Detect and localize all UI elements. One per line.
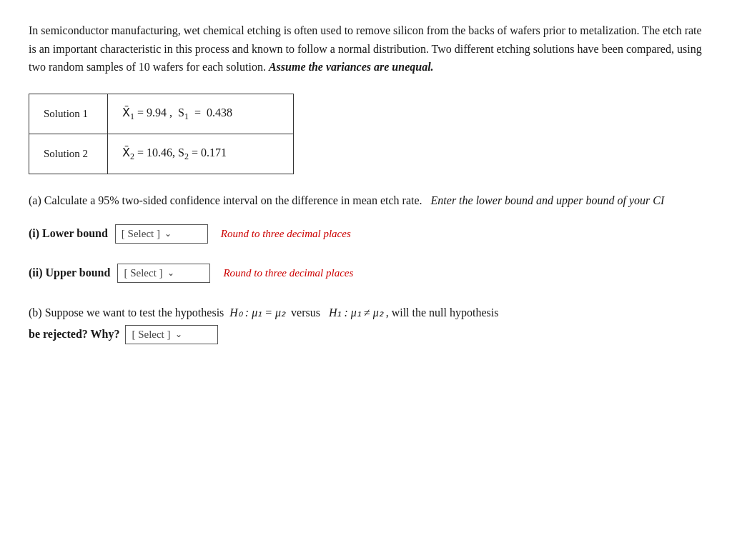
table-row: Solution 2 X̄2 = 10.46, S2 = 0.171: [29, 134, 294, 174]
part-b-rejected-label: be rejected? Why?: [29, 328, 119, 341]
part-b-h1: H₁ : μ₁ ≠ μ₂: [329, 306, 383, 319]
part-a-note: Enter the lower bound and upper bound of…: [431, 194, 665, 206]
upper-bound-select[interactable]: [ Select ] ⌄: [117, 264, 210, 283]
upper-bound-label: (ii) Upper bound: [29, 266, 110, 279]
part-b-h0: H₀ : μ₁ = μ₂: [229, 306, 285, 319]
intro-paragraph: In semiconductor manufacturing, wet chem…: [29, 21, 703, 76]
part-b-select-row: be rejected? Why? [ Select ] ⌄: [29, 325, 703, 344]
chevron-down-icon: ⌄: [164, 229, 172, 239]
intro-bold-text: Assume the variances are unequal.: [269, 61, 434, 73]
solution-2-label: Solution 2: [29, 134, 108, 174]
lower-bound-row: (i) Lower bound [ Select ] ⌄ Round to th…: [29, 224, 703, 244]
lower-bound-select[interactable]: [ Select ] ⌄: [115, 224, 208, 244]
part-b-select[interactable]: [ Select ] ⌄: [125, 325, 218, 344]
lower-bound-round-note: Round to three decimal places: [221, 228, 351, 240]
data-table: Solution 1 X̄1 = 9.94 , S1 = 0.438 Solut…: [29, 94, 294, 174]
part-b-prefix: (b) Suppose we want to test the hypothes…: [29, 306, 224, 319]
part-b-section: (b) Suppose we want to test the hypothes…: [29, 303, 703, 322]
solution-1-label: Solution 1: [29, 94, 108, 134]
chevron-down-icon: ⌄: [167, 268, 174, 279]
part-a-question: (a) Calculate a 95% two-sided confidence…: [29, 191, 703, 210]
table-row: Solution 1 X̄1 = 9.94 , S1 = 0.438: [29, 94, 294, 134]
solution-2-formula: X̄2 = 10.46, S2 = 0.171: [108, 134, 294, 174]
chevron-down-icon: ⌄: [175, 329, 182, 340]
part-a-main: (a) Calculate a 95% two-sided confidence…: [29, 194, 422, 206]
solution-1-formula: X̄1 = 9.94 , S1 = 0.438: [108, 94, 294, 134]
upper-bound-round-note: Round to three decimal places: [223, 267, 353, 279]
part-b-versus: versus: [291, 306, 320, 319]
lower-bound-select-text: [ Select ]: [122, 228, 160, 240]
part-b-select-text: [ Select ]: [132, 329, 170, 341]
part-b-suffix: , will the null hypothesis: [386, 306, 499, 319]
lower-bound-label: (i) Lower bound: [29, 227, 108, 240]
upper-bound-select-text: [ Select ]: [124, 267, 162, 279]
upper-bound-row: (ii) Upper bound [ Select ] ⌄ Round to t…: [29, 264, 703, 283]
